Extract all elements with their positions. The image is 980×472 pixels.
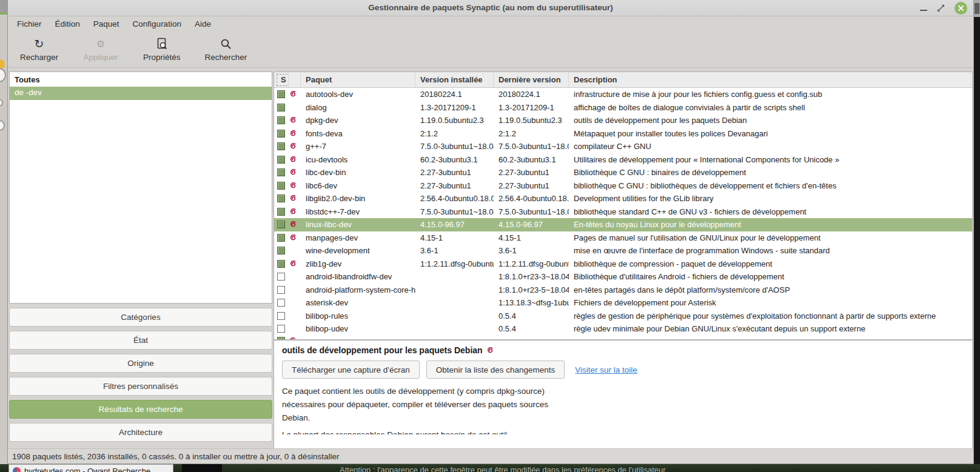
sidebar-button-categories[interactable]: Catégories [9,308,272,327]
sidebar-button-architecture[interactable]: Architecture [9,423,272,442]
package-description: Bibliothèque d'utilitaires Android - fic… [569,272,972,281]
download-screenshot-button[interactable]: Télécharger une capture d'écran [282,361,420,379]
table-row[interactable]: linux-libc-dev4.15.0-96.974.15.0-96.97En… [274,218,972,231]
debian-swirl-icon [289,221,297,228]
not-installed-checkbox[interactable] [277,312,285,320]
table-row[interactable]: g++-77.5.0-3ubuntu1~18.047.5.0-3ubuntu1~… [274,140,972,153]
table-row[interactable]: dialog1.3-20171209-11.3-20171209-1affich… [274,101,972,115]
installed-version: 1.19.0.5ubuntu2.3 [415,116,494,125]
package-description: Development utilities for the GLib libra… [569,194,972,203]
table-header: S Paquet Version installée Dernière vers… [274,72,972,88]
taskbar-window-item[interactable]: hydretudes.com - Qwant Recherche [8,464,173,472]
installed-checkbox[interactable] [277,142,285,150]
column-header-derniere-version[interactable]: Dernière version [494,72,569,87]
package-checkbox-cell [274,247,289,254]
magnifier-icon [220,36,232,52]
package-description: compilateur C++ GNU [569,142,972,151]
column-header-paquet[interactable]: Paquet [301,72,415,87]
installed-checkbox[interactable] [277,156,285,164]
titlebar[interactable]: Gestionnaire de paquets Synaptic (au nom… [8,0,973,16]
details-title: outils de développement pour les paquets… [282,345,483,355]
sidebar-button-filtres-personnalises[interactable]: Filtres personnalisés [9,377,272,396]
table-row[interactable]: dpkg-dev1.19.0.5ubuntu2.31.19.0.5ubuntu2… [274,114,972,127]
table-row[interactable]: libglib2.0-dev-bin2.56.4-0ubuntu0.18.04.… [274,192,972,205]
installed-checkbox[interactable] [277,221,285,228]
not-installed-checkbox[interactable] [277,325,285,333]
table-row[interactable]: libc-dev-bin2.27-3ubuntu12.27-3ubuntu1Bi… [274,166,972,179]
column-header-description[interactable]: Description [569,72,972,87]
reload-button[interactable]: ↻ Recharger [16,35,62,63]
document-search-icon [156,36,167,52]
table-row[interactable]: wine-development3.6-13.6-1mise en œuvre … [274,244,972,258]
debian-swirl-icon [289,130,297,138]
installed-checkbox[interactable] [277,247,285,254]
table-row[interactable]: libc6-dev2.27-3ubuntu12.27-3ubuntu1bibli… [274,179,972,193]
menu-paquet[interactable]: Paquet [87,18,126,30]
not-installed-checkbox[interactable] [277,273,285,281]
package-checkbox-cell [274,104,289,111]
window-title: Gestionnaire de paquets Synaptic (au nom… [8,3,973,12]
column-header-s[interactable]: S [274,72,289,87]
installed-checkbox[interactable] [277,194,285,202]
table-row[interactable]: bilibop-rules0.5.4règles de gestion de p… [274,310,972,323]
filter-list[interactable]: Toutes de -dev [9,71,272,304]
table-row[interactable]: libstdc++-7-dev7.5.0-3ubuntu1~18.047.5.0… [274,205,972,219]
package-name: wine-development [301,246,415,255]
table-row[interactable]: android-libandroidfw-dev1:8.1.0+r23-3~18… [274,270,972,284]
not-installed-checkbox[interactable] [277,286,285,294]
table-row[interactable]: fonts-deva2:1.22:1.2Métapaquet pour inst… [274,127,972,141]
installed-version: 2.27-3ubuntu1 [415,181,494,190]
visit-website-link[interactable]: Visiter sur la toile [575,365,637,374]
sidebar-button-resultats-de-recherche[interactable]: Résultats de recherche [9,400,272,419]
sidebar-button-etat[interactable]: État [9,331,272,350]
table-row[interactable]: icu-devtools60.2-3ubuntu3.160.2-3ubuntu3… [274,153,972,167]
restore-button[interactable] [937,4,945,12]
package-checkbox-cell [274,260,289,268]
description-line: nécessaires pour dépaqueter, compiler et… [282,398,972,411]
menu-fichier[interactable]: Fichier [10,18,49,30]
installed-checkbox[interactable] [277,208,285,216]
menubar: Fichier Édition Paquet Configuration Aid… [8,16,973,31]
table-row[interactable]: android-platform-system-core-headers1:8.… [274,284,972,297]
get-changelog-button[interactable]: Obtenir la liste des changements [426,361,565,379]
filter-list-selected-item[interactable]: de -dev [10,87,272,100]
package-checkbox-cell [274,156,289,164]
table-row[interactable]: zlib1g-dev1:1.2.11.dfsg-0ubuntu21:1.2.11… [274,258,972,271]
installed-version: 7.5.0-3ubuntu1~18.04 [415,207,494,216]
installed-checkbox[interactable] [277,260,285,268]
installed-checkbox[interactable] [277,104,285,111]
close-button[interactable] [955,2,967,15]
debian-swirl-icon [289,116,297,124]
installed-checkbox[interactable] [277,116,285,124]
supported-icon-cell [289,156,301,164]
installed-checkbox[interactable] [277,182,285,190]
installed-checkbox[interactable] [277,90,285,98]
table-row[interactable]: bilibop-udev0.5.4règle udev minimale pou… [274,322,972,336]
properties-button[interactable]: Propriétés [139,35,184,63]
search-button[interactable]: Rechercher [201,35,251,63]
table-row[interactable]: asterisk-dev1:13.18.3~dfsg-1ubuntu1Fichi… [274,296,972,310]
latest-version: 1:1.2.11.dfsg-0ubuntu2 [494,259,569,268]
installed-checkbox[interactable] [277,234,285,242]
package-description: affichage de boîtes de dialogue convivia… [569,103,972,112]
package-checkbox-cell [274,90,289,98]
latest-version: 3.6-1 [494,246,569,255]
minimize-button[interactable] [920,10,927,11]
menu-configuration[interactable]: Configuration [126,18,188,30]
status-text: 1908 paquets listés, 2036 installés, 0 c… [12,452,340,461]
table-row[interactable]: autotools-dev20180224.120180224.1infrast… [274,88,972,101]
package-checkbox-cell [274,273,289,281]
installed-checkbox[interactable] [277,168,285,176]
not-installed-checkbox[interactable] [277,299,285,307]
menu-aide[interactable]: Aide [188,18,218,30]
column-header-icon[interactable] [289,72,301,87]
column-header-version-installee[interactable]: Version installée [415,72,494,87]
menu-edition[interactable]: Édition [49,18,87,30]
package-name: asterisk-dev [301,298,415,307]
description-line: Debian. [282,411,972,425]
latest-version: 2.27-3ubuntu1 [494,168,569,177]
installed-checkbox[interactable] [277,130,285,138]
table-row[interactable]: manpages-dev4.15-14.15-1Pages de manuel … [274,231,972,245]
package-name: libc6-dev [301,181,415,190]
sidebar-button-origine[interactable]: Origine [9,354,272,373]
